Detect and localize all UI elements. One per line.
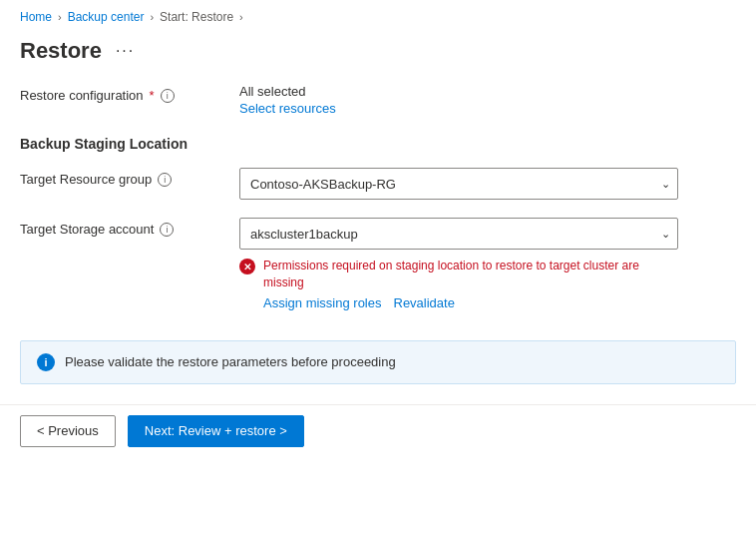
page-header: Restore ··· xyxy=(0,32,756,84)
info-banner-icon: i xyxy=(37,353,55,371)
target-storage-row: Target Storage account i akscluster1back… xyxy=(20,218,736,310)
required-star: * xyxy=(150,88,155,103)
assign-missing-roles-link[interactable]: Assign missing roles xyxy=(263,295,382,310)
error-content: Permissions required on staging location… xyxy=(263,258,678,310)
breadcrumb: Home › Backup center › Start: Restore › xyxy=(0,0,756,32)
restore-config-value: All selected Select resources xyxy=(239,84,736,116)
footer: < Previous Next: Review + restore > xyxy=(0,404,756,457)
target-storage-label: Target Storage account i xyxy=(20,218,239,237)
target-storage-label-text: Target Storage account xyxy=(20,222,154,237)
staging-section-heading: Backup Staging Location xyxy=(20,136,736,152)
target-storage-dropdown-wrap: akscluster1backup ⌄ xyxy=(239,218,678,250)
staging-section: Backup Staging Location Target Resource … xyxy=(20,136,736,310)
error-text: Permissions required on staging location… xyxy=(263,258,678,291)
next-button[interactable]: Next: Review + restore > xyxy=(128,415,304,447)
content-area: Restore configuration * i All selected S… xyxy=(0,84,756,384)
breadcrumb-sep-2: › xyxy=(150,11,154,23)
breadcrumb-sep-1: › xyxy=(58,11,62,23)
breadcrumb-home[interactable]: Home xyxy=(20,10,52,24)
breadcrumb-sep-3: › xyxy=(239,11,243,23)
target-rg-label-text: Target Resource group xyxy=(20,172,152,187)
all-selected-text: All selected xyxy=(239,84,736,99)
target-rg-label: Target Resource group i xyxy=(20,168,239,187)
info-banner-text: Please validate the restore parameters b… xyxy=(65,354,396,369)
more-icon[interactable]: ··· xyxy=(112,40,139,62)
target-rg-dropdown[interactable]: Contoso-AKSBackup-RG xyxy=(239,168,678,200)
select-resources-link[interactable]: Select resources xyxy=(239,101,336,116)
page-wrapper: Home › Backup center › Start: Restore › … xyxy=(0,0,756,457)
target-rg-dropdown-wrap: Contoso-AKSBackup-RG ⌄ xyxy=(239,168,678,200)
restore-config-info-icon[interactable]: i xyxy=(161,89,175,103)
page-title: Restore xyxy=(20,38,102,64)
target-storage-dropdown[interactable]: akscluster1backup xyxy=(239,218,678,250)
breadcrumb-backup-center[interactable]: Backup center xyxy=(68,10,145,24)
restore-config-label-text: Restore configuration xyxy=(20,88,144,103)
target-storage-info-icon[interactable]: i xyxy=(160,223,174,237)
error-icon: ✕ xyxy=(239,259,255,274)
restore-config-row: Restore configuration * i All selected S… xyxy=(20,84,736,116)
target-rg-value: Contoso-AKSBackup-RG ⌄ xyxy=(239,168,736,200)
breadcrumb-current: Start: Restore xyxy=(160,10,233,24)
target-rg-info-icon[interactable]: i xyxy=(158,173,172,187)
previous-button[interactable]: < Previous xyxy=(20,415,116,447)
error-block: ✕ Permissions required on staging locati… xyxy=(239,258,678,310)
target-rg-row: Target Resource group i Contoso-AKSBacku… xyxy=(20,168,736,200)
restore-config-label: Restore configuration * i xyxy=(20,84,239,103)
target-storage-value: akscluster1backup ⌄ ✕ Permissions requir… xyxy=(239,218,736,310)
error-actions: Assign missing roles Revalidate xyxy=(263,295,678,310)
info-banner: i Please validate the restore parameters… xyxy=(20,340,736,384)
revalidate-link[interactable]: Revalidate xyxy=(394,295,455,310)
